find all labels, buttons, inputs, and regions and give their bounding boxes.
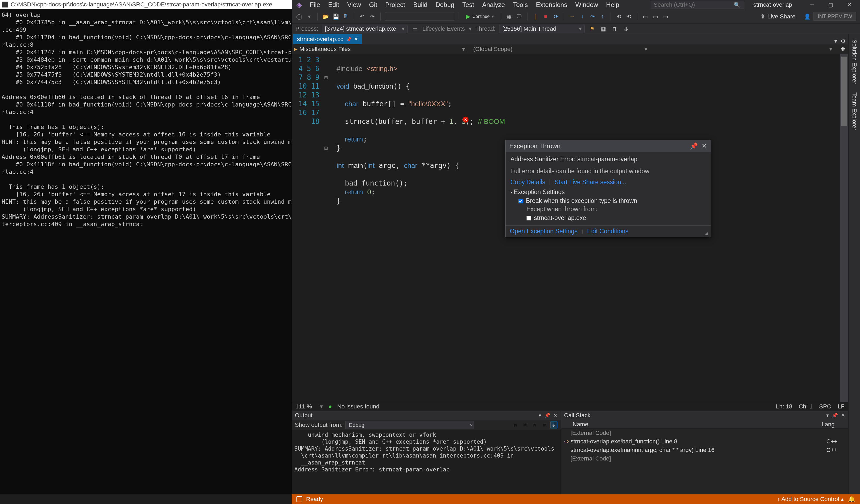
console-output[interactable]: 64) overlap #0 0x43785b in __asan_wrap_s… (0, 9, 292, 494)
output-btn3[interactable]: ≡ (531, 421, 538, 428)
open-exception-settings-link[interactable]: Open Exception Settings (510, 228, 577, 235)
save-icon[interactable]: 💾 (332, 13, 340, 20)
notifications-icon[interactable]: 🔔 (848, 496, 855, 503)
output-source-dropdown[interactable]: Debug (345, 421, 474, 429)
tb-extra2-icon[interactable]: ⟲ (625, 13, 633, 20)
open-file-icon[interactable]: 📂 (322, 13, 329, 20)
process-dropdown[interactable]: [37924] strncat-overlap.exe ▾ (322, 25, 407, 33)
menu-build[interactable]: Build (410, 0, 431, 10)
tb-extra4-icon[interactable]: ▭ (652, 13, 659, 20)
source-control-button[interactable]: ↑ Add to Source Control ▴ (777, 496, 844, 503)
zoom-level[interactable]: 111 % (296, 403, 312, 410)
stack-up-icon[interactable]: ⇈ (611, 25, 618, 33)
panel-close-icon[interactable]: ✕ (554, 412, 557, 418)
config-dropdown[interactable] (385, 13, 454, 20)
resize-grip-icon[interactable]: ◢ (705, 231, 709, 235)
pin-icon[interactable]: 📌 (346, 37, 352, 42)
step-over-icon[interactable]: ↷ (589, 13, 596, 20)
menu-window[interactable]: Window (572, 0, 602, 10)
search-icon[interactable]: 🔍 (734, 2, 740, 8)
output-btn4[interactable]: ≡ (541, 421, 548, 428)
menu-extensions[interactable]: Extensions (532, 0, 571, 10)
editor-scrollbar[interactable] (840, 54, 848, 402)
tab-settings-icon[interactable]: ⚙ (841, 38, 846, 44)
minimize-button[interactable]: ─ (806, 2, 817, 8)
continue-button[interactable]: ▶ Continue ▾ (463, 13, 497, 20)
feedback-icon[interactable]: 👤 (803, 13, 811, 20)
issues-label[interactable]: No issues found (337, 403, 379, 410)
callstack-columns[interactable]: Name Lang (561, 420, 848, 429)
pin-icon[interactable]: 📌 (690, 142, 698, 150)
close-button[interactable]: ✕ (844, 2, 855, 8)
output-wrap-button[interactable]: ↲ (550, 421, 557, 428)
panel-dropdown-icon[interactable]: ▾ (539, 412, 541, 418)
lifecycle-label[interactable]: Lifecycle Events (422, 25, 465, 32)
save-all-icon[interactable]: 🗎 (342, 13, 349, 20)
callstack-rows[interactable]: [External Code] ⇨ strncat-overlap.exe!ba… (561, 429, 848, 494)
output-text[interactable]: unwind mechanism, swapcontext or vfork (… (292, 430, 561, 494)
tb-extra3-icon[interactable]: ▭ (642, 13, 649, 20)
step-out-icon[interactable]: ↑ (599, 13, 606, 20)
collapse-column[interactable]: ⊟ ⊟ (324, 54, 331, 402)
output-btn2[interactable]: ≡ (521, 421, 529, 428)
error-glyph-icon[interactable]: ✕ (462, 117, 469, 122)
copy-details-link[interactable]: Copy Details (511, 179, 545, 186)
split-editor-icon[interactable]: ✚ (837, 46, 848, 53)
menu-project[interactable]: Project (382, 0, 409, 10)
maximize-button[interactable]: ▢ (825, 2, 836, 8)
menu-edit[interactable]: Edit (325, 0, 343, 10)
scope-global-dropdown[interactable]: (Global Scope) ▾ (468, 46, 653, 53)
file-tab[interactable]: strncat-overlap.cc 📌 ✕ (293, 34, 362, 44)
output-header[interactable]: Output ▾ 📌 ✕ (292, 411, 561, 420)
menu-git[interactable]: Git (366, 0, 381, 10)
eol-indicator[interactable]: LF (837, 403, 845, 410)
live-share-button[interactable]: ⇪ Live Share (760, 13, 796, 20)
redo-icon[interactable]: ↷ (369, 13, 376, 20)
menu-view[interactable]: View (343, 0, 365, 10)
menu-analyze[interactable]: Analyze (478, 0, 508, 10)
edit-conditions-link[interactable]: Edit Conditions (587, 228, 628, 235)
solution-explorer-tab[interactable]: Solution Explorer (851, 40, 858, 84)
start-liveshare-link[interactable]: Start Live Share session... (555, 179, 626, 186)
indent-indicator[interactable]: SPC (819, 403, 831, 410)
debug-pause-icon[interactable]: ∥ (532, 13, 539, 20)
search-box[interactable]: 🔍 (650, 1, 744, 9)
callstack-row[interactable]: strncat-overlap.exe!main(int argc, char … (561, 446, 848, 454)
panel-pin-icon[interactable]: 📌 (832, 412, 838, 418)
callstack-row[interactable]: [External Code] (561, 454, 848, 463)
panel-dropdown-icon[interactable]: ▾ (826, 412, 829, 418)
callstack-header[interactable]: Call Stack ▾ 📌 ✕ (561, 411, 848, 420)
thread-dropdown[interactable]: [25156] Main Thread ▾ (499, 25, 585, 33)
step-into-icon[interactable]: ↓ (578, 13, 586, 20)
tab-close-icon[interactable]: ✕ (354, 36, 358, 42)
flag-icon[interactable]: ⚑ (588, 25, 596, 33)
char-indicator[interactable]: Ch: 1 (799, 403, 813, 410)
show-next-icon[interactable]: → (568, 13, 576, 20)
menu-debug[interactable]: Debug (432, 0, 458, 10)
close-icon[interactable]: ✕ (702, 142, 707, 150)
panel-pin-icon[interactable]: 📌 (544, 412, 550, 418)
line-indicator[interactable]: Ln: 18 (776, 403, 792, 410)
callstack-row[interactable]: [External Code] (561, 429, 848, 437)
statusbar-icon[interactable] (297, 496, 302, 502)
debug-frame-icon[interactable]: 🖵 (515, 13, 523, 20)
tb-extra5-icon[interactable]: ▭ (662, 13, 669, 20)
team-explorer-tab[interactable]: Team Explorer (851, 92, 858, 130)
exception-settings-expander[interactable]: ▾ Exception Settings (511, 189, 706, 196)
scope-member-dropdown[interactable]: ▾ (653, 46, 837, 53)
scope-project-dropdown[interactable]: ▸ Miscellaneous Files ▾ (292, 46, 468, 53)
menu-file[interactable]: File (306, 0, 324, 10)
tb-extra1-icon[interactable]: ⟲ (615, 13, 622, 20)
undo-icon[interactable]: ↶ (358, 13, 366, 20)
menu-help[interactable]: Help (602, 0, 623, 10)
debug-next-icon[interactable]: ▦ (505, 13, 513, 20)
menu-tools[interactable]: Tools (509, 0, 532, 10)
panel-close-icon[interactable]: ✕ (841, 412, 845, 418)
exception-header[interactable]: Exception Thrown 📌 ✕ (505, 140, 711, 152)
nav-fwd-icon[interactable]: ▾ (305, 13, 313, 20)
break-checkbox[interactable] (518, 198, 523, 204)
console-titlebar[interactable]: C:\MSDN\cpp-docs-pr\docs\c-language\ASAN… (0, 0, 292, 9)
code-editor[interactable]: 1 2 3 4 5 6 7 8 9 10 11 12 13 14 15 16 1… (292, 54, 848, 402)
search-input[interactable] (654, 1, 734, 8)
callstack-row[interactable]: ⇨ strncat-overlap.exe!bad_function() Lin… (561, 437, 848, 446)
